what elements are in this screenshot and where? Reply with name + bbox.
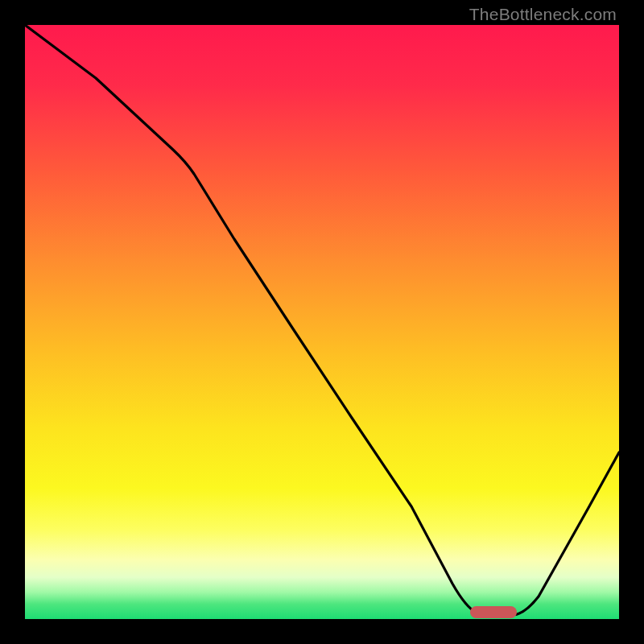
plot-area xyxy=(25,25,619,619)
watermark-text: TheBottleneck.com xyxy=(469,5,617,24)
chart-svg xyxy=(25,25,619,619)
optimum-marker xyxy=(470,606,517,618)
bottleneck-curve xyxy=(25,25,619,615)
chart-frame: TheBottleneck.com xyxy=(0,0,644,644)
